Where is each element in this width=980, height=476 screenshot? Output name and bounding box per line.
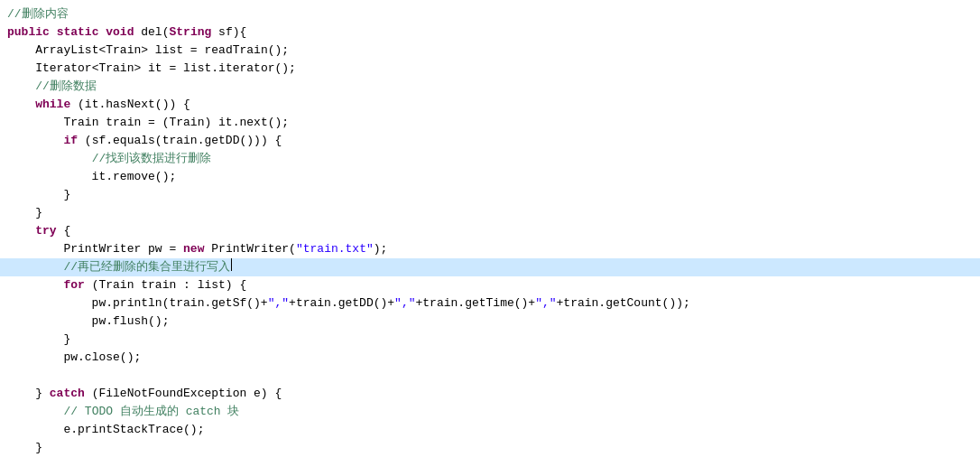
text-cursor bbox=[231, 258, 232, 271]
code-line-20: pw. close (); bbox=[0, 349, 980, 367]
code-line-16: for ( Train train : list) { bbox=[0, 276, 980, 294]
code-line-19: } bbox=[0, 331, 980, 349]
code-line-9: //找到该数据进行删除 bbox=[0, 150, 980, 168]
keyword-string: String bbox=[169, 23, 211, 42]
code-line-25: } bbox=[0, 439, 980, 457]
keyword-void: void bbox=[106, 23, 134, 42]
code-line-13: try { bbox=[0, 222, 980, 240]
code-line-24: e. printStackTrace (); bbox=[0, 421, 980, 439]
code-line-7: Train train = ( Train ) it. next (); bbox=[0, 114, 980, 132]
code-line-21 bbox=[0, 367, 980, 385]
code-line-14: PrintWriter pw = new PrintWriter ( "trai… bbox=[0, 240, 980, 258]
code-line-12: } bbox=[0, 204, 980, 222]
code-line-6: while (it. hasNext ()) { bbox=[0, 96, 980, 114]
comment-text: //删除内容 bbox=[7, 5, 69, 23]
code-line-17: pw. println (train. getSf ()+ "," +train… bbox=[0, 294, 980, 313]
code-line-10: it. remove (); bbox=[0, 168, 980, 186]
keyword-public: public bbox=[7, 23, 50, 42]
code-editor: //删除内容 public static void del( String sf… bbox=[0, 0, 980, 476]
code-line-8: if (sf. equals (train. getDD ())) { bbox=[0, 132, 980, 150]
code-line-1: //删除内容 bbox=[0, 5, 980, 23]
code-line-22: } catch ( FileNotFoundException e) { bbox=[0, 385, 980, 403]
code-line-5: //删除数据 bbox=[0, 78, 980, 96]
code-line-11: } bbox=[0, 186, 980, 204]
code-line-4: Iterator < Train > it = list. iterator (… bbox=[0, 60, 980, 78]
code-line-18: pw. flush (); bbox=[0, 313, 980, 331]
keyword-static: static bbox=[57, 23, 99, 42]
code-line-15: //再已经删除的集合里进行写入 bbox=[0, 258, 980, 276]
class-arraylist: ArrayList bbox=[35, 42, 98, 60]
code-line-23: // TODO 自动生成的 catch 块 bbox=[0, 403, 980, 421]
code-line-2: public static void del( String sf){ bbox=[0, 23, 980, 42]
code-line-3: ArrayList < Train > list = readTrain (); bbox=[0, 42, 980, 60]
code-line-26 bbox=[0, 457, 980, 475]
